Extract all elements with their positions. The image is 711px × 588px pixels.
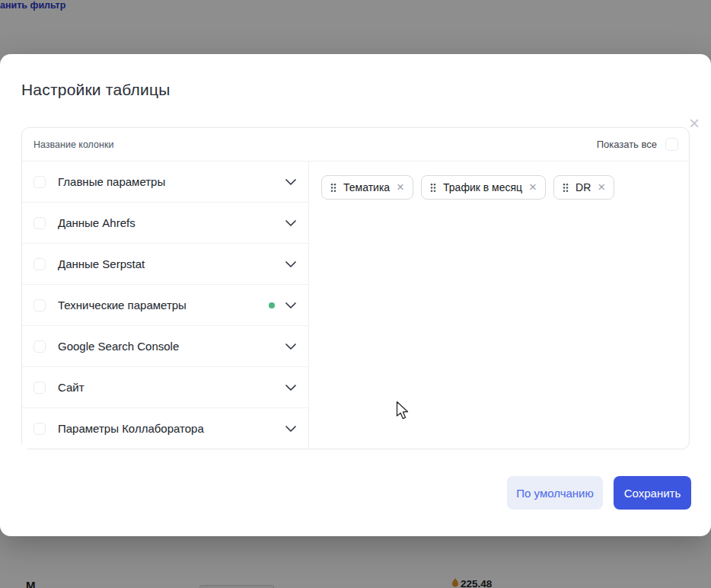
category-label: Технические параметры: [58, 299, 269, 312]
category-label: Данные Ahrefs: [58, 216, 285, 229]
chevron-down-icon[interactable]: [285, 426, 296, 432]
chip-label: Трафик в месяц: [443, 181, 522, 193]
category-label: Google Search Console: [58, 340, 285, 353]
remove-chip-icon[interactable]: ×: [397, 181, 404, 193]
category-row-ahrefs[interactable]: Данные Ahrefs: [22, 203, 308, 244]
category-checkbox[interactable]: [33, 176, 46, 188]
category-label: Данные Serpstat: [58, 257, 285, 270]
category-row-site[interactable]: Сайт: [22, 367, 308, 408]
chevron-down-icon[interactable]: [285, 302, 296, 308]
category-row-collaborator-params[interactable]: Параметры Коллаборатора: [22, 408, 308, 449]
category-list: Главные параметры Данные Ahrefs Данные S…: [22, 161, 309, 449]
category-row-google-search-console[interactable]: Google Search Console: [22, 326, 308, 367]
chevron-down-icon[interactable]: [285, 261, 296, 267]
category-checkbox[interactable]: [33, 340, 46, 353]
table-settings-modal: × Настройки таблицы Название колонки Пок…: [0, 54, 711, 536]
save-button[interactable]: Сохранить: [614, 476, 691, 510]
chevron-down-icon[interactable]: [285, 179, 296, 185]
column-chip-dr[interactable]: DR ×: [553, 175, 614, 200]
drag-handle-icon[interactable]: [330, 183, 336, 193]
category-label: Сайт: [58, 381, 285, 394]
remove-chip-icon[interactable]: ×: [598, 181, 605, 193]
category-checkbox[interactable]: [33, 258, 46, 270]
show-all-label: Показать все: [597, 139, 657, 150]
chevron-down-icon[interactable]: [285, 220, 296, 226]
drag-handle-icon[interactable]: [430, 183, 436, 193]
default-button[interactable]: По умолчанию: [507, 476, 603, 510]
category-checkbox[interactable]: [33, 423, 46, 435]
show-all-checkbox[interactable]: [665, 138, 678, 151]
panel-body: Главные параметры Данные Ahrefs Данные S…: [22, 161, 689, 449]
column-chip-tematika[interactable]: Тематика ×: [321, 175, 413, 200]
chip-label: DR: [575, 181, 591, 193]
category-label: Главные параметры: [58, 175, 285, 188]
category-label: Параметры Коллаборатора: [58, 422, 285, 435]
modal-title: Настройки таблицы: [21, 81, 170, 99]
show-all-control: Показать все: [597, 138, 678, 151]
chevron-down-icon[interactable]: [285, 344, 296, 350]
panel-header: Название колонки Показать все: [22, 128, 689, 161]
category-checkbox[interactable]: [33, 299, 46, 312]
green-status-dot: [269, 302, 275, 308]
selected-columns-area: Тематика × Трафик в месяц × DR ×: [309, 161, 689, 449]
remove-chip-icon[interactable]: ×: [529, 181, 537, 193]
category-row-technical-params[interactable]: Технические параметры: [22, 285, 308, 326]
column-chip-traffic[interactable]: Трафик в месяц ×: [421, 175, 546, 200]
category-row-main-params[interactable]: Главные параметры: [22, 161, 308, 203]
chip-label: Тематика: [343, 181, 390, 193]
drag-handle-icon[interactable]: [563, 183, 569, 193]
category-row-serpstat[interactable]: Данные Serpstat: [22, 244, 308, 285]
column-name-header: Название колонки: [33, 139, 113, 150]
chevron-down-icon[interactable]: [285, 385, 296, 391]
category-checkbox[interactable]: [33, 382, 46, 394]
columns-panel: Название колонки Показать все Главные па…: [21, 127, 690, 449]
category-checkbox[interactable]: [33, 217, 46, 229]
